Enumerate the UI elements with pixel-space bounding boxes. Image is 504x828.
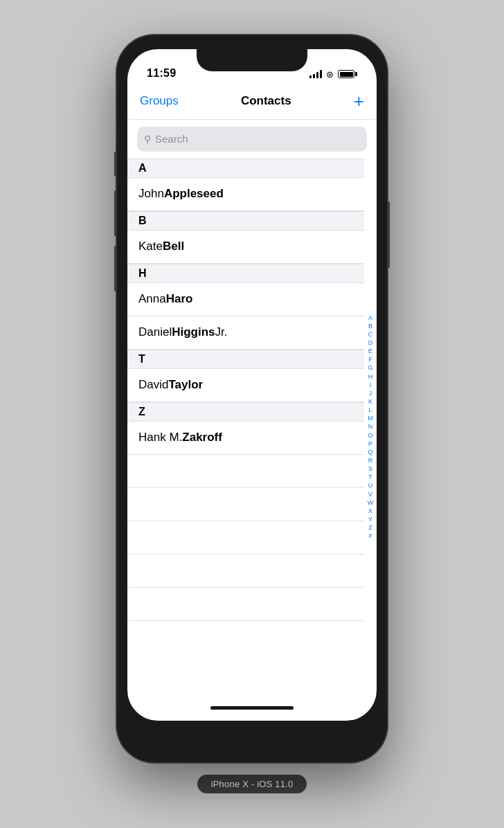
wifi-icon: ⊛ [326,69,334,80]
alpha-letter[interactable]: W [368,498,374,507]
alpha-letter[interactable]: # [368,532,372,540]
contact-last-name: Higgins [172,325,215,339]
contacts-list: AJohn AppleseedBKate BellHAnna HaroDanie… [127,159,377,696]
alpha-letter[interactable]: F [368,355,372,363]
contacts-scroll[interactable]: AJohn AppleseedBKate BellHAnna HaroDanie… [127,159,364,696]
empty-row [127,555,364,588]
alpha-letter[interactable]: A [368,314,372,322]
contact-row[interactable]: David Taylor [127,369,364,402]
nav-bar: Groups Contacts + [127,84,377,120]
signal-bar-4 [320,70,322,78]
alpha-letter[interactable]: D [368,339,373,347]
home-indicator [127,696,377,721]
empty-row [127,588,364,621]
contact-last-name: Appleseed [164,187,224,201]
alpha-letter[interactable]: R [368,456,373,465]
contact-first-name: Hank M. [138,431,182,444]
home-bar [210,706,294,710]
alpha-letter[interactable]: J [369,389,372,397]
section-header: Z [127,402,364,422]
section-header: T [127,350,364,369]
alpha-letter[interactable]: T [368,473,372,481]
alpha-letter[interactable]: P [368,440,372,448]
alpha-letter[interactable]: K [368,397,372,406]
signal-icon [309,70,322,78]
mute-button [114,152,117,177]
section-header: A [127,159,364,178]
add-contact-button[interactable]: + [354,92,364,110]
alpha-letter[interactable]: I [370,381,372,389]
battery-fill [340,72,353,77]
empty-row [127,455,364,488]
screen: 11:59 ⊛ [127,49,377,721]
contact-last-name: Bell [163,240,184,253]
groups-button[interactable]: Groups [140,94,179,108]
alpha-letter[interactable]: H [368,372,373,381]
power-button [387,201,390,268]
alpha-letter[interactable]: N [368,422,373,431]
signal-bar-2 [313,74,315,78]
contact-last-name: Haro [166,292,193,306]
contact-first-name: David [138,378,168,392]
alpha-index: ABCDEFGHIJKLMNOPQRSTUVWXYZ# [364,159,377,696]
status-icons: ⊛ [309,69,357,80]
contact-first-name: Anna [138,292,166,306]
signal-bar-3 [316,72,318,78]
search-bar-wrapper: ⚲ Search [127,120,377,159]
scene: 11:59 ⊛ [0,0,504,828]
device-label: iPhone X - iOS 11.0 [197,775,307,793]
alpha-letter[interactable]: B [368,322,372,330]
notch [197,49,307,71]
alpha-letter[interactable]: Y [368,515,372,523]
alpha-letter[interactable]: L [368,406,372,414]
volume-up-button [114,190,117,236]
alpha-letter[interactable]: Q [368,448,372,456]
contact-last-name: Taylor [168,378,203,392]
phone-shell: 11:59 ⊛ [117,35,387,762]
contact-first-name: Daniel [138,325,172,339]
alpha-letter[interactable]: S [368,465,372,473]
battery-icon [338,70,357,78]
battery-body [338,70,354,78]
alpha-letter[interactable]: M [368,414,373,422]
contact-row[interactable]: Hank M. Zakroff [127,422,364,455]
alpha-letter[interactable]: U [368,481,373,489]
search-icon: ⚲ [144,134,151,145]
volume-down-button [114,246,117,291]
alpha-letter[interactable]: C [368,330,373,339]
status-time: 11:59 [147,67,176,80]
contact-suffix: Jr. [215,325,228,339]
contact-row[interactable]: John Appleseed [127,178,364,211]
empty-row [127,488,364,521]
alpha-letter[interactable]: X [368,507,372,515]
signal-bar-1 [309,75,312,78]
contact-row[interactable]: Anna Haro [127,283,364,316]
nav-title: Contacts [241,94,291,108]
alpha-letter[interactable]: G [368,363,372,372]
section-header: B [127,211,364,231]
alpha-letter[interactable]: V [368,490,372,498]
alpha-letter[interactable]: Z [368,523,372,532]
contact-row[interactable]: Daniel Higgins Jr. [127,316,364,350]
battery-cap [355,72,357,76]
contact-row[interactable]: Kate Bell [127,231,364,264]
alpha-letter[interactable]: E [368,347,372,355]
search-bar[interactable]: ⚲ Search [137,127,367,152]
contact-last-name: Zakroff [182,431,222,444]
contact-first-name: John [138,187,164,201]
empty-row [127,521,364,555]
contact-first-name: Kate [138,240,163,253]
section-header: H [127,264,364,283]
alpha-letter[interactable]: O [368,431,372,440]
search-placeholder: Search [155,133,188,145]
